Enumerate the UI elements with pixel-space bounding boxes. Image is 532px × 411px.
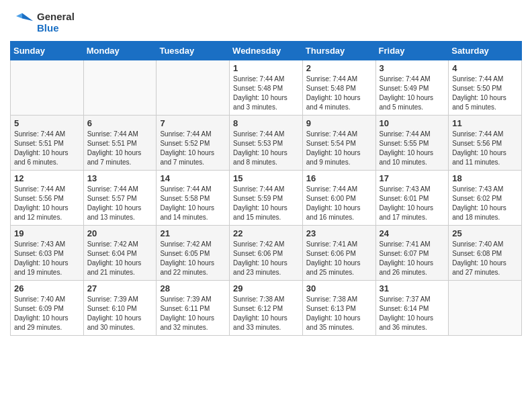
day-number: 18 <box>452 173 518 183</box>
calendar-cell <box>83 60 157 116</box>
calendar-cell: 16Sunrise: 7:44 AM Sunset: 6:00 PM Dayli… <box>302 171 375 226</box>
calendar-week-row: 1Sunrise: 7:44 AM Sunset: 5:48 PM Daylig… <box>11 60 522 116</box>
day-info: Sunrise: 7:44 AM Sunset: 5:59 PM Dayligh… <box>233 185 299 222</box>
logo-icon <box>10 10 34 34</box>
calendar-week-row: 26Sunrise: 7:40 AM Sunset: 6:09 PM Dayli… <box>11 281 522 336</box>
day-number: 3 <box>380 63 445 73</box>
calendar-cell <box>157 60 230 116</box>
calendar-cell: 23Sunrise: 7:41 AM Sunset: 6:06 PM Dayli… <box>302 226 375 281</box>
calendar-cell: 29Sunrise: 7:38 AM Sunset: 6:12 PM Dayli… <box>230 281 303 336</box>
day-info: Sunrise: 7:44 AM Sunset: 5:56 PM Dayligh… <box>452 130 518 167</box>
calendar-cell: 14Sunrise: 7:44 AM Sunset: 5:58 PM Dayli… <box>157 171 230 226</box>
day-number: 5 <box>14 118 80 128</box>
day-number: 28 <box>160 283 226 293</box>
day-number: 2 <box>306 63 372 73</box>
day-number: 30 <box>306 283 372 293</box>
svg-marker-0 <box>22 13 33 21</box>
day-info: Sunrise: 7:44 AM Sunset: 5:48 PM Dayligh… <box>306 75 372 112</box>
calendar-week-row: 19Sunrise: 7:43 AM Sunset: 6:03 PM Dayli… <box>11 226 522 281</box>
day-info: Sunrise: 7:44 AM Sunset: 5:49 PM Dayligh… <box>380 75 445 112</box>
calendar-cell: 19Sunrise: 7:43 AM Sunset: 6:03 PM Dayli… <box>11 226 84 281</box>
calendar-cell: 21Sunrise: 7:42 AM Sunset: 6:05 PM Dayli… <box>157 226 230 281</box>
day-number: 8 <box>233 118 299 128</box>
day-info: Sunrise: 7:43 AM Sunset: 6:01 PM Dayligh… <box>380 185 445 222</box>
calendar-header-row: SundayMondayTuesdayWednesdayThursdayFrid… <box>11 42 522 60</box>
calendar-cell: 4Sunrise: 7:44 AM Sunset: 5:50 PM Daylig… <box>449 60 522 116</box>
day-number: 27 <box>87 283 153 293</box>
calendar-cell: 31Sunrise: 7:37 AM Sunset: 6:14 PM Dayli… <box>375 281 449 336</box>
calendar-cell: 24Sunrise: 7:41 AM Sunset: 6:07 PM Dayli… <box>375 226 449 281</box>
calendar-cell: 12Sunrise: 7:44 AM Sunset: 5:56 PM Dayli… <box>11 171 84 226</box>
day-info: Sunrise: 7:44 AM Sunset: 5:56 PM Dayligh… <box>14 185 80 222</box>
logo-text: General Blue <box>37 11 75 34</box>
calendar-cell: 13Sunrise: 7:44 AM Sunset: 5:57 PM Dayli… <box>83 171 157 226</box>
calendar-cell: 27Sunrise: 7:39 AM Sunset: 6:10 PM Dayli… <box>83 281 157 336</box>
day-number: 29 <box>233 283 299 293</box>
calendar-cell: 7Sunrise: 7:44 AM Sunset: 5:52 PM Daylig… <box>157 116 230 171</box>
calendar-cell: 28Sunrise: 7:39 AM Sunset: 6:11 PM Dayli… <box>157 281 230 336</box>
day-number: 24 <box>380 228 445 238</box>
day-of-week-header: Tuesday <box>157 42 230 60</box>
day-info: Sunrise: 7:44 AM Sunset: 5:50 PM Dayligh… <box>452 75 518 112</box>
day-info: Sunrise: 7:44 AM Sunset: 5:53 PM Dayligh… <box>233 130 299 167</box>
day-number: 7 <box>160 118 226 128</box>
day-of-week-header: Monday <box>83 42 157 60</box>
calendar-cell: 1Sunrise: 7:44 AM Sunset: 5:48 PM Daylig… <box>230 60 303 116</box>
calendar-cell: 26Sunrise: 7:40 AM Sunset: 6:09 PM Dayli… <box>11 281 84 336</box>
calendar-cell: 9Sunrise: 7:44 AM Sunset: 5:54 PM Daylig… <box>302 116 375 171</box>
calendar-cell: 30Sunrise: 7:38 AM Sunset: 6:13 PM Dayli… <box>302 281 375 336</box>
day-number: 15 <box>233 173 299 183</box>
calendar-cell: 11Sunrise: 7:44 AM Sunset: 5:56 PM Dayli… <box>449 116 522 171</box>
day-info: Sunrise: 7:40 AM Sunset: 6:08 PM Dayligh… <box>452 240 518 277</box>
calendar-cell: 22Sunrise: 7:42 AM Sunset: 6:06 PM Dayli… <box>230 226 303 281</box>
day-info: Sunrise: 7:44 AM Sunset: 5:57 PM Dayligh… <box>87 185 153 222</box>
day-number: 14 <box>160 173 226 183</box>
day-of-week-header: Friday <box>375 42 449 60</box>
page-header: General Blue <box>10 10 522 34</box>
calendar-cell: 18Sunrise: 7:43 AM Sunset: 6:02 PM Dayli… <box>449 171 522 226</box>
day-info: Sunrise: 7:39 AM Sunset: 6:11 PM Dayligh… <box>160 295 226 332</box>
calendar-cell: 6Sunrise: 7:44 AM Sunset: 5:51 PM Daylig… <box>83 116 157 171</box>
calendar-cell: 10Sunrise: 7:44 AM Sunset: 5:55 PM Dayli… <box>375 116 449 171</box>
day-number: 20 <box>87 228 153 238</box>
day-number: 22 <box>233 228 299 238</box>
day-number: 23 <box>306 228 372 238</box>
day-number: 4 <box>452 63 518 73</box>
svg-marker-1 <box>16 13 22 19</box>
day-number: 9 <box>306 118 372 128</box>
calendar-week-row: 12Sunrise: 7:44 AM Sunset: 5:56 PM Dayli… <box>11 171 522 226</box>
calendar-cell: 15Sunrise: 7:44 AM Sunset: 5:59 PM Dayli… <box>230 171 303 226</box>
calendar-week-row: 5Sunrise: 7:44 AM Sunset: 5:51 PM Daylig… <box>11 116 522 171</box>
day-number: 10 <box>380 118 445 128</box>
calendar-cell <box>449 281 522 336</box>
day-info: Sunrise: 7:44 AM Sunset: 6:00 PM Dayligh… <box>306 185 372 222</box>
calendar-cell: 2Sunrise: 7:44 AM Sunset: 5:48 PM Daylig… <box>302 60 375 116</box>
day-info: Sunrise: 7:44 AM Sunset: 5:51 PM Dayligh… <box>14 130 80 167</box>
calendar-cell: 3Sunrise: 7:44 AM Sunset: 5:49 PM Daylig… <box>375 60 449 116</box>
day-number: 13 <box>87 173 153 183</box>
day-info: Sunrise: 7:44 AM Sunset: 5:55 PM Dayligh… <box>380 130 445 167</box>
day-number: 31 <box>380 283 445 293</box>
day-info: Sunrise: 7:43 AM Sunset: 6:03 PM Dayligh… <box>14 240 80 277</box>
day-info: Sunrise: 7:41 AM Sunset: 6:07 PM Dayligh… <box>380 240 445 277</box>
day-info: Sunrise: 7:43 AM Sunset: 6:02 PM Dayligh… <box>452 185 518 222</box>
day-info: Sunrise: 7:41 AM Sunset: 6:06 PM Dayligh… <box>306 240 372 277</box>
calendar-cell: 5Sunrise: 7:44 AM Sunset: 5:51 PM Daylig… <box>11 116 84 171</box>
day-info: Sunrise: 7:38 AM Sunset: 6:13 PM Dayligh… <box>306 295 372 332</box>
day-of-week-header: Saturday <box>449 42 522 60</box>
day-info: Sunrise: 7:44 AM Sunset: 5:58 PM Dayligh… <box>160 185 226 222</box>
day-info: Sunrise: 7:44 AM Sunset: 5:54 PM Dayligh… <box>306 130 372 167</box>
day-info: Sunrise: 7:40 AM Sunset: 6:09 PM Dayligh… <box>14 295 80 332</box>
day-info: Sunrise: 7:44 AM Sunset: 5:51 PM Dayligh… <box>87 130 153 167</box>
calendar-cell: 20Sunrise: 7:42 AM Sunset: 6:04 PM Dayli… <box>83 226 157 281</box>
day-number: 1 <box>233 63 299 73</box>
day-info: Sunrise: 7:39 AM Sunset: 6:10 PM Dayligh… <box>87 295 153 332</box>
day-info: Sunrise: 7:42 AM Sunset: 6:05 PM Dayligh… <box>160 240 226 277</box>
day-info: Sunrise: 7:44 AM Sunset: 5:48 PM Dayligh… <box>233 75 299 112</box>
day-of-week-header: Thursday <box>302 42 375 60</box>
day-number: 11 <box>452 118 518 128</box>
day-info: Sunrise: 7:44 AM Sunset: 5:52 PM Dayligh… <box>160 130 226 167</box>
day-number: 19 <box>14 228 80 238</box>
day-number: 12 <box>14 173 80 183</box>
day-number: 26 <box>14 283 80 293</box>
